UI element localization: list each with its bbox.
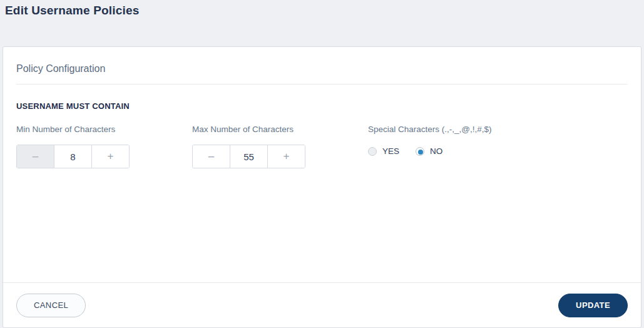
card-header-title: Policy Configuration bbox=[16, 63, 628, 74]
section-label: USERNAME MUST CONTAIN bbox=[3, 85, 641, 111]
fields-row: Min Number of Characters – 8 + Max Numbe… bbox=[3, 111, 641, 168]
radio-option-no[interactable]: NO bbox=[416, 146, 442, 156]
page-title: Edit Username Policies bbox=[5, 4, 639, 18]
min-characters-field: Min Number of Characters – 8 + bbox=[16, 125, 192, 168]
card-header: Policy Configuration bbox=[3, 47, 641, 84]
radio-icon bbox=[416, 147, 424, 156]
special-characters-label: Special Characters (.,-,_,@,!,#,$) bbox=[368, 125, 544, 134]
policy-configuration-card: Policy Configuration USERNAME MUST CONTA… bbox=[3, 46, 641, 328]
radio-icon bbox=[368, 147, 377, 156]
min-decrement-button[interactable]: – bbox=[17, 145, 54, 168]
min-characters-value[interactable]: 8 bbox=[54, 145, 91, 168]
card-footer: CANCEL UPDATE bbox=[3, 282, 641, 327]
min-characters-stepper: – 8 + bbox=[16, 145, 130, 168]
radio-option-yes[interactable]: YES bbox=[368, 146, 399, 156]
max-increment-button[interactable]: + bbox=[267, 145, 305, 168]
min-characters-label: Min Number of Characters bbox=[16, 125, 192, 134]
radio-option-yes-label: YES bbox=[382, 146, 399, 156]
update-button[interactable]: UPDATE bbox=[558, 294, 628, 317]
max-decrement-button[interactable]: – bbox=[193, 145, 230, 168]
special-characters-radio-group: YES NO bbox=[368, 146, 544, 156]
top-bar: Edit Username Policies bbox=[0, 0, 644, 46]
max-characters-stepper: – 55 + bbox=[192, 145, 305, 168]
max-characters-value[interactable]: 55 bbox=[230, 145, 267, 168]
special-characters-field: Special Characters (.,-,_,@,!,#,$) YES N… bbox=[368, 125, 544, 168]
cancel-button[interactable]: CANCEL bbox=[16, 294, 86, 317]
radio-option-no-label: NO bbox=[430, 146, 442, 156]
max-characters-field: Max Number of Characters – 55 + bbox=[192, 125, 368, 168]
min-increment-button[interactable]: + bbox=[91, 145, 129, 168]
max-characters-label: Max Number of Characters bbox=[192, 125, 368, 134]
